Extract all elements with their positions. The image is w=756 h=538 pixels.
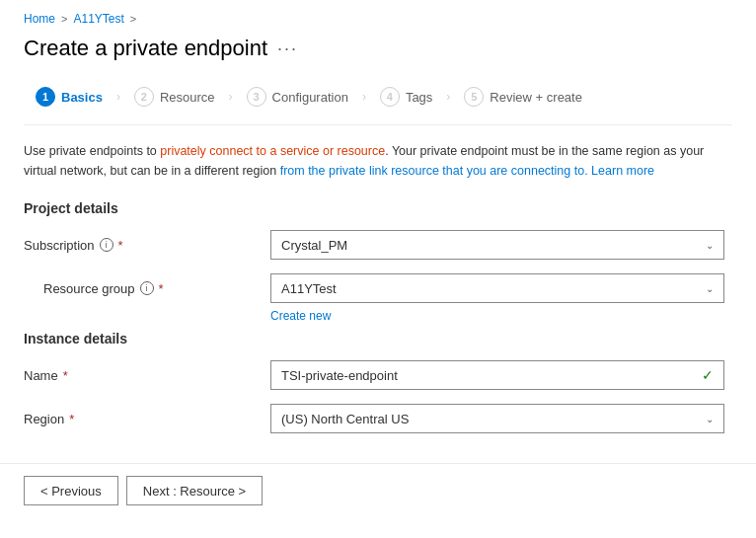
- step-resource[interactable]: 2 Resource: [122, 81, 227, 113]
- resource-group-info-icon[interactable]: i: [140, 281, 154, 295]
- info-text-blue: from the private link resource that you …: [280, 164, 588, 178]
- region-row: Region (US) North Central US ⌄: [24, 404, 732, 433]
- region-value: (US) North Central US: [281, 412, 409, 426]
- region-dropdown[interactable]: (US) North Central US ⌄: [270, 404, 724, 433]
- page-title: Create a private endpoint: [24, 36, 267, 61]
- learn-more-link[interactable]: Learn more: [588, 164, 654, 178]
- breadcrumb-home[interactable]: Home: [24, 12, 55, 26]
- create-new-link[interactable]: Create new: [270, 309, 732, 323]
- step-2-circle: 2: [134, 87, 154, 107]
- subscription-row: Subscription i Crystal_PM ⌄: [24, 230, 732, 260]
- name-row: Name TSI-private-endpoint ✓: [24, 360, 732, 390]
- name-value: TSI-private-endpoint: [281, 368, 398, 383]
- step-2-label: Resource: [160, 90, 215, 105]
- wizard-steps: 1 Basics › 2 Resource › 3 Configuration …: [24, 81, 732, 125]
- bottom-actions: < Previous Next : Resource >: [0, 464, 756, 517]
- info-text-highlight: privately connect to a service or resour…: [160, 144, 385, 158]
- subscription-value: Crystal_PM: [281, 238, 347, 253]
- breadcrumb-sep1: >: [61, 13, 67, 25]
- page-title-row: Create a private endpoint ···: [24, 36, 732, 61]
- more-options-button[interactable]: ···: [277, 38, 298, 59]
- step-1-label: Basics: [61, 90, 103, 105]
- step-1-circle: 1: [36, 87, 55, 107]
- project-details-heading: Project details: [24, 200, 732, 216]
- region-dropdown-arrow: ⌄: [706, 414, 714, 424]
- resource-group-dropdown-arrow: ⌄: [706, 283, 714, 294]
- step-sep-2: ›: [229, 90, 233, 104]
- resource-group-dropdown[interactable]: A11YTest ⌄: [270, 273, 724, 303]
- step-sep-3: ›: [362, 90, 366, 104]
- step-basics[interactable]: 1 Basics: [24, 81, 114, 113]
- info-text-1: Use private endpoints to: [24, 144, 160, 158]
- breadcrumb-sep2: >: [130, 13, 136, 25]
- step-5-circle: 5: [464, 87, 484, 107]
- subscription-info-icon[interactable]: i: [100, 238, 113, 252]
- name-valid-icon: ✓: [702, 367, 714, 383]
- step-3-label: Configuration: [272, 90, 348, 105]
- subscription-dropdown[interactable]: Crystal_PM ⌄: [270, 230, 724, 260]
- step-4-circle: 4: [380, 87, 400, 107]
- subscription-dropdown-arrow: ⌄: [706, 240, 714, 251]
- step-sep-4: ›: [446, 90, 450, 104]
- name-input[interactable]: TSI-private-endpoint ✓: [270, 360, 724, 390]
- step-4-label: Tags: [406, 90, 432, 105]
- previous-button[interactable]: < Previous: [24, 476, 118, 505]
- step-5-label: Review + create: [490, 90, 582, 105]
- step-tags[interactable]: 4 Tags: [368, 81, 444, 113]
- next-button[interactable]: Next : Resource >: [126, 476, 263, 505]
- step-review[interactable]: 5 Review + create: [452, 81, 594, 113]
- step-configuration[interactable]: 3 Configuration: [235, 81, 360, 113]
- info-text: Use private endpoints to privately conne…: [24, 141, 715, 181]
- name-label: Name: [24, 368, 270, 383]
- subscription-label: Subscription i: [24, 238, 270, 253]
- step-sep-1: ›: [116, 90, 120, 104]
- region-label: Region: [24, 412, 270, 426]
- resource-group-row: Resource group i A11YTest ⌄: [24, 273, 732, 303]
- breadcrumb-resource[interactable]: A11YTest: [73, 12, 123, 26]
- step-3-circle: 3: [247, 87, 266, 107]
- breadcrumb: Home > A11YTest >: [24, 12, 732, 26]
- page-container: Home > A11YTest > Create a private endpo…: [0, 0, 756, 433]
- resource-group-label: Resource group i: [24, 281, 270, 296]
- instance-details-heading: Instance details: [24, 331, 732, 346]
- resource-group-value: A11YTest: [281, 281, 337, 296]
